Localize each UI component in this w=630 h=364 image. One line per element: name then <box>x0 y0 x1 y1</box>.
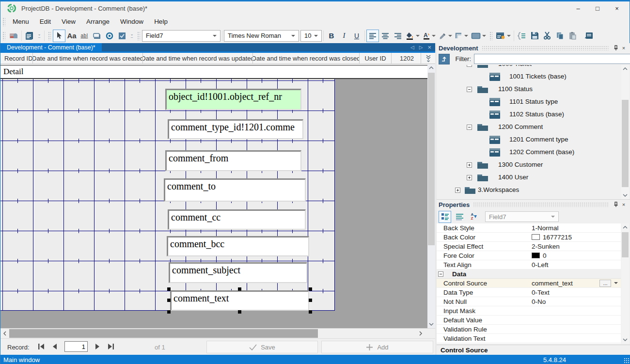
form-button[interactable] <box>23 30 36 42</box>
vertical-scrollbar[interactable] <box>427 64 435 328</box>
scroll-up-button[interactable] <box>621 65 629 73</box>
tree-expand-icon[interactable] <box>467 162 472 168</box>
image-button[interactable] <box>7 30 20 42</box>
toolbar-overflow-icon[interactable]: ⌄– <box>36 30 43 42</box>
view-alphabetic-button[interactable] <box>453 211 466 223</box>
column-header-closed[interactable]: Date and time when record was closed <box>253 53 360 63</box>
form-settings-button[interactable] <box>494 30 512 42</box>
view-categorized-button[interactable] <box>439 211 451 223</box>
filter-input[interactable] <box>474 54 630 64</box>
tree-collapse-icon[interactable] <box>467 125 472 130</box>
menu-item-view[interactable]: View <box>56 16 81 27</box>
property-value[interactable]: 1-Normal <box>532 224 621 232</box>
tree-item[interactable]: 1200 Comment <box>437 121 621 133</box>
goto-object-button[interactable] <box>439 54 450 64</box>
border-corner-button[interactable] <box>454 30 470 42</box>
object-selector-combo[interactable]: Field7 <box>485 211 559 222</box>
property-row[interactable]: Not Null 0-No <box>437 297 621 306</box>
property-value[interactable]: 0-No <box>532 298 621 305</box>
minimize-button[interactable]: – <box>568 1 588 15</box>
close-panel-button[interactable]: × <box>620 44 628 52</box>
detail-section-header[interactable]: Detail <box>0 65 427 79</box>
category-collapse-icon[interactable] <box>438 271 443 277</box>
underline-button[interactable]: U <box>350 30 363 42</box>
toolbar-grip[interactable] <box>489 32 492 40</box>
tree-item[interactable]: 1000 Ticket <box>437 65 621 70</box>
property-row[interactable]: Back Color 16777215 <box>437 233 621 242</box>
record-number-input[interactable] <box>64 341 88 352</box>
selection-handle[interactable] <box>309 310 312 314</box>
tree-item[interactable]: 1001 Tickets (base) <box>437 70 621 83</box>
tree-collapse-icon[interactable] <box>467 65 472 67</box>
font-tool-button[interactable]: Aa <box>65 30 78 42</box>
form-field-comment-text[interactable]: comment_text <box>170 290 309 311</box>
property-row[interactable]: Validation Text <box>437 334 621 343</box>
cut-button[interactable] <box>541 30 553 42</box>
properties-scrollbar[interactable] <box>621 223 629 344</box>
ellipsis-button[interactable]: ... <box>599 280 611 287</box>
form-field-comment-cc[interactable]: comment_cc <box>168 209 306 230</box>
property-row[interactable]: Special Effect 2-Sunken <box>437 242 621 251</box>
form-field-comment-bcc[interactable]: comment_bcc <box>167 236 309 256</box>
selection-handle[interactable] <box>309 299 312 302</box>
property-value[interactable]: 0-Text <box>532 289 621 296</box>
resize-grip[interactable] <box>624 358 630 364</box>
align-right-button[interactable] <box>392 30 404 42</box>
tree-item[interactable]: 1100 Status <box>437 83 621 95</box>
font-size-combo[interactable]: 10 <box>300 30 322 42</box>
menubar-grip[interactable] <box>2 17 5 26</box>
property-value[interactable]: comment_text ... <box>532 280 621 287</box>
column-header-updated[interactable]: Date and time when record was updated <box>143 53 253 63</box>
fill-color-button[interactable] <box>404 30 421 42</box>
button-tool-button[interactable] <box>91 30 103 42</box>
property-row-selected[interactable]: Control Source comment_text ... <box>437 279 621 288</box>
tree-scrollbar[interactable] <box>621 65 629 199</box>
last-record-button[interactable] <box>105 341 117 352</box>
save-record-button[interactable]: Save <box>206 341 318 353</box>
scrollbar-thumb[interactable] <box>622 232 629 257</box>
menu-item-window[interactable]: Window <box>115 16 149 27</box>
selection-handle[interactable] <box>309 287 312 291</box>
property-row[interactable]: Fore Color 0 <box>437 251 621 260</box>
column-header-user-id[interactable]: User ID <box>360 53 392 63</box>
tree-item[interactable]: 1300 Customer <box>437 158 621 171</box>
property-row[interactable]: Input Mask <box>437 306 621 316</box>
scroll-down-button[interactable] <box>427 320 435 328</box>
form-field-object-ref[interactable]: object_id!1001.object_ref_nr <box>165 89 301 110</box>
property-value[interactable]: 0 <box>532 252 621 259</box>
property-row[interactable]: Validation Rule <box>437 325 621 334</box>
form-design-canvas[interactable]: Detail object_id!1001.object_ref_nr comm… <box>0 64 427 328</box>
paste-button[interactable] <box>566 30 579 42</box>
bold-button[interactable]: B <box>325 30 338 42</box>
field-selector-combo[interactable]: Field7 <box>142 30 220 42</box>
property-value[interactable]: 16777215 <box>532 234 621 241</box>
menu-item-edit[interactable]: Edit <box>34 16 56 27</box>
tree-item[interactable]: 1201 Comment type <box>437 133 621 146</box>
tree-item[interactable]: 1102 Status (base) <box>437 108 621 121</box>
tree-item[interactable]: 3.Workspaces <box>437 184 621 196</box>
column-header-1202[interactable]: 1202 <box>392 53 421 63</box>
tree-item[interactable]: 1400 User <box>437 171 621 184</box>
tree-expand-icon[interactable] <box>455 188 460 193</box>
toolbar-grip[interactable] <box>2 32 5 40</box>
scroll-left-button[interactable] <box>0 329 9 338</box>
toolbar-overflow-icon[interactable]: ⌄– <box>128 30 135 42</box>
checkbox-tool-button[interactable] <box>116 30 128 42</box>
select-tool-button[interactable] <box>53 30 65 42</box>
tab-close-button[interactable]: × <box>427 44 431 51</box>
add-record-button[interactable]: Add <box>321 341 433 353</box>
menu-item-menu[interactable]: Menu <box>7 16 34 27</box>
first-record-button[interactable] <box>35 341 47 352</box>
line-color-button[interactable] <box>437 30 454 42</box>
maximize-button[interactable]: □ <box>588 1 607 15</box>
close-button[interactable]: × <box>607 1 627 15</box>
border-style-button[interactable] <box>470 30 488 42</box>
menu-item-help[interactable]: Help <box>149 16 173 27</box>
outline-view-button[interactable] <box>516 30 528 42</box>
tree-expand-icon[interactable] <box>467 175 472 180</box>
property-value[interactable]: 0-Left <box>532 261 621 269</box>
toolbar-grip[interactable] <box>137 32 140 40</box>
option-tool-button[interactable] <box>103 30 116 42</box>
menu-item-arrange[interactable]: Arrange <box>81 16 115 27</box>
horizontal-scrollbar[interactable] <box>0 328 435 338</box>
